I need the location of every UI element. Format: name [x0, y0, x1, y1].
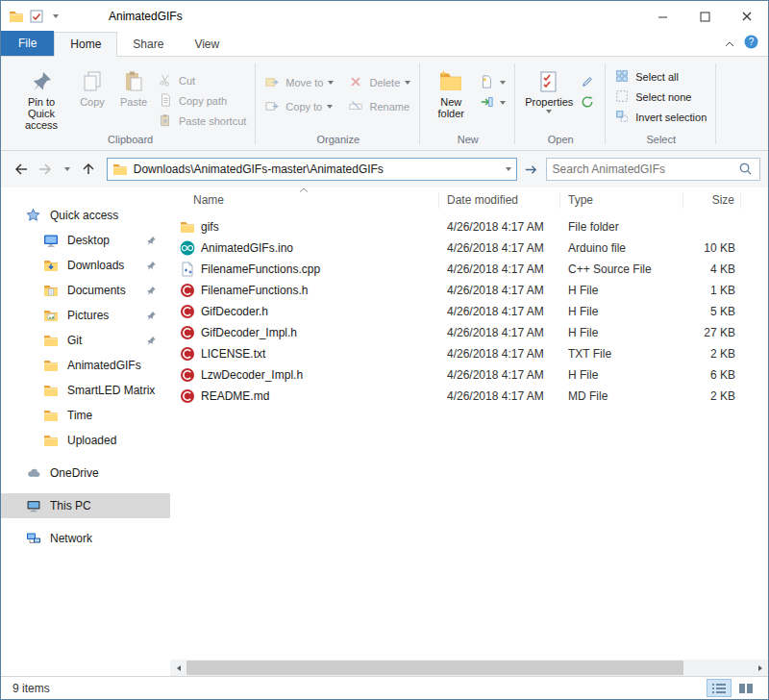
sidebar-item-downloads[interactable]: Downloads [1, 253, 170, 278]
sidebar-item-git[interactable]: Git [1, 328, 170, 353]
h-file-icon [180, 283, 195, 298]
up-button[interactable] [77, 158, 100, 181]
sidebar-item-animatedgifs[interactable]: AnimatedGIFs [1, 353, 170, 378]
address-bar[interactable]: Downloads\AnimatedGIFs-master\AnimatedGI… [107, 158, 517, 181]
copy-path-icon [159, 93, 174, 109]
scissors-icon [159, 73, 174, 88]
sidebar-item-network[interactable]: Network [1, 526, 170, 551]
copy-to-button[interactable]: Copy to [261, 96, 337, 116]
edit-button[interactable] [577, 72, 600, 92]
sidebar-item-quick-access[interactable]: Quick access [1, 203, 170, 228]
folder-icon [180, 219, 195, 235]
search-box[interactable] [546, 158, 760, 181]
address-bar-row: Downloads\AnimatedGIFs-master\AnimatedGI… [1, 151, 768, 188]
move-to-dropdown-icon [328, 81, 334, 85]
rename-button[interactable]: Rename [345, 96, 414, 116]
tab-view[interactable]: View [179, 33, 235, 56]
close-button[interactable] [726, 1, 768, 32]
copy-to-dropdown-icon [327, 105, 333, 109]
sidebar-item-onedrive[interactable]: OneDrive [1, 461, 170, 486]
forward-button[interactable] [35, 158, 58, 181]
file-row-filenamefunctions-h[interactable]: FilenameFunctions.h 4/26/2018 4:17 AM H … [170, 280, 768, 301]
file-row-license-txt[interactable]: LICENSE.txt 4/26/2018 4:17 AM TXT File 2… [170, 343, 768, 364]
copy-to-icon [265, 99, 281, 114]
qat-customize-chevron-icon[interactable] [53, 14, 59, 18]
easy-access-button[interactable] [476, 92, 509, 112]
scroll-right-arrow-icon[interactable] [752, 660, 768, 676]
svg-text:?: ? [749, 37, 755, 47]
new-item-icon [480, 75, 495, 90]
sidebar-item-time[interactable]: Time [1, 403, 170, 428]
address-dropdown-icon[interactable] [506, 167, 511, 171]
qat-properties-button[interactable] [29, 9, 44, 24]
address-folder-icon [112, 162, 128, 177]
file-row-animatedgifs-ino[interactable]: AnimatedGIFs.ino 4/26/2018 4:17 AM Ardui… [170, 238, 768, 259]
h-file-icon [180, 325, 195, 340]
md-file-icon [180, 388, 195, 404]
group-label-clipboard: Clipboard [11, 134, 250, 150]
scrollbar-thumb[interactable] [186, 661, 683, 675]
search-input[interactable] [553, 162, 734, 176]
file-row-gifdecoder-impl-h[interactable]: GifDecoder_Impl.h 4/26/2018 4:17 AM H Fi… [170, 322, 768, 343]
select-none-button[interactable]: Select none [611, 87, 710, 107]
file-row-lzwdecoder-impl-h[interactable]: LzwDecoder_Impl.h 4/26/2018 4:17 AM H Fi… [170, 364, 768, 386]
help-icon[interactable]: ? [744, 35, 758, 52]
thumbnails-view-button[interactable] [733, 679, 758, 697]
column-header-name[interactable]: Name [170, 192, 439, 209]
copy-path-button[interactable]: Copy path [155, 90, 250, 111]
back-button[interactable] [9, 158, 32, 181]
column-header-type[interactable]: Type [560, 192, 683, 209]
main-area: Quick access Desktop Downloads Documents… [1, 188, 768, 676]
tab-home[interactable]: Home [54, 32, 117, 57]
scrollbar-track[interactable] [186, 660, 752, 676]
recent-locations-chevron-icon[interactable] [61, 158, 74, 181]
history-button[interactable] [577, 92, 600, 112]
file-row-filenamefunctions-cpp[interactable]: FilenameFunctions.cpp 4/26/2018 4:17 AM … [170, 259, 768, 280]
arduino-file-icon [180, 240, 195, 256]
group-label-new: New [426, 134, 509, 150]
cut-button[interactable]: Cut [155, 70, 250, 90]
pin-to-quick-access-button[interactable]: Pin to Quick access [11, 61, 72, 131]
select-all-button[interactable]: Select all [611, 66, 710, 87]
sort-ascending-icon [299, 188, 309, 192]
paste-button[interactable]: Paste [112, 61, 155, 108]
maximize-button[interactable] [683, 1, 726, 32]
new-folder-button[interactable]: New folder [426, 61, 476, 119]
go-refresh-button[interactable] [520, 158, 543, 181]
group-label-organize: Organize [261, 134, 414, 150]
column-header-size[interactable]: Size [683, 192, 741, 209]
folder-icon [43, 433, 59, 448]
invert-selection-button[interactable]: Invert selection [611, 107, 710, 127]
paste-shortcut-button[interactable]: Paste shortcut [155, 111, 250, 131]
properties-button[interactable]: Properties [521, 61, 577, 113]
titlebar: AnimatedGIFs [1, 1, 768, 32]
move-to-button[interactable]: Move to [261, 72, 337, 92]
new-item-button[interactable] [476, 72, 509, 92]
delete-button[interactable]: Delete [345, 72, 414, 92]
properties-dropdown-icon [546, 110, 552, 113]
sidebar-item-this-pc[interactable]: This PC [1, 493, 170, 518]
column-header-date-modified[interactable]: Date modified [439, 192, 560, 209]
sidebar-item-smartled-matrix[interactable]: SmartLED Matrix [1, 378, 170, 403]
history-icon [581, 95, 596, 111]
sidebar-item-documents[interactable]: Documents [1, 278, 170, 303]
copy-button[interactable]: Copy [72, 61, 112, 108]
sidebar-item-uploaded[interactable]: Uploaded [1, 428, 170, 453]
file-row-gifdecoder-h[interactable]: GifDecoder.h 4/26/2018 4:17 AM H File 5 … [170, 301, 768, 322]
sidebar-item-pictures[interactable]: Pictures [1, 303, 170, 328]
minimize-ribbon-icon[interactable] [725, 37, 734, 50]
tab-file[interactable]: File [1, 31, 54, 56]
file-row-readme-md[interactable]: README.md 4/26/2018 4:17 AM MD File 2 KB [170, 386, 768, 407]
details-view-button[interactable] [707, 679, 732, 697]
pinned-icon [146, 311, 157, 321]
horizontal-scrollbar[interactable] [170, 660, 768, 676]
scroll-left-arrow-icon[interactable] [170, 660, 186, 676]
sidebar-item-desktop[interactable]: Desktop [1, 228, 170, 253]
downloads-icon [43, 258, 59, 273]
copy-icon [81, 64, 104, 93]
tab-share[interactable]: Share [117, 33, 179, 56]
search-icon[interactable] [738, 162, 754, 177]
file-row-gifs[interactable]: gifs 4/26/2018 4:17 AM File folder [170, 216, 768, 238]
minimize-button[interactable] [641, 1, 683, 32]
window-title: AnimatedGIFs [109, 10, 183, 23]
